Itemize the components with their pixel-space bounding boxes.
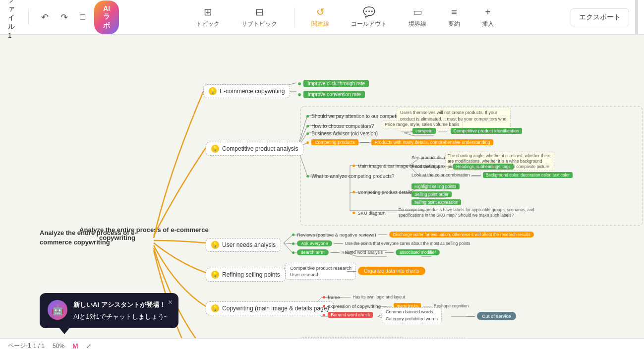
- node-out-of-service: —— Out of service: [466, 312, 516, 320]
- bottom-bar-expand[interactable]: ⤢: [86, 343, 91, 350]
- tool-topic-label: トピック: [196, 20, 220, 28]
- competitive-box: 💡 Competitive product analysis: [206, 142, 303, 156]
- ecommerce-icon: 💡: [209, 87, 217, 95]
- ec-child-2-bullet: ●: [297, 90, 301, 98]
- page-info: 1 / 1: [33, 343, 45, 350]
- ask-everyone-note: Use the points that everyone cares about…: [345, 241, 470, 246]
- node-ecommerce: 💡 E-commerce copywriting: [203, 84, 290, 98]
- reviews-note-label: Discharge water for evaluation, otherwis…: [389, 232, 534, 237]
- bottom-bar-logo: M: [72, 342, 78, 350]
- ecommerce-box: 💡 E-commerce copywriting: [203, 84, 290, 98]
- subtopic-icon: ⊟: [255, 6, 264, 18]
- refining-child-1: Competitive product research: [290, 265, 351, 271]
- bottom-bar-zoom[interactable]: 50%: [53, 343, 64, 350]
- node-competitive: 💡 Competitive product analysis: [206, 142, 303, 156]
- toolbar-right: エクスポート: [571, 0, 644, 35]
- export-button[interactable]: エクスポート: [571, 8, 629, 26]
- dp-child-2-label: Selling point order: [411, 191, 452, 197]
- line-refining: [154, 243, 206, 273]
- refining-icon: 💡: [211, 271, 219, 279]
- what-analyze-label: What to analyze competing products?: [311, 174, 394, 179]
- ec-child-1: ● Improve click-through rate: [297, 79, 369, 87]
- copy-button[interactable]: □: [77, 9, 88, 25]
- business-advisor-label: Business Advisor (old version): [311, 131, 378, 136]
- color-combo-child: Background color, decoration color, text…: [483, 172, 573, 178]
- ecommerce-label: E-commerce copywriting: [220, 88, 285, 95]
- insert-icon: +: [485, 6, 491, 18]
- user-needs-label: User needs analysis: [222, 241, 276, 248]
- dp-child-3-label: selling point expression: [411, 199, 461, 205]
- tool-boundary[interactable]: ▭ 境界線: [404, 4, 431, 30]
- notification-text: 新しいAI アシスタントが登場！ AIと1対1でチャットしましょう~: [73, 300, 168, 321]
- tool-subtopic-label: サブトピック: [241, 20, 277, 28]
- tool-insert[interactable]: + 挿入: [477, 4, 499, 30]
- dp-child-2: Selling point order: [411, 191, 461, 197]
- associated-modifier-label: associated modifier: [396, 249, 440, 255]
- toolbar-left: ファイル1 ↶ ↷ □ AIラボ: [0, 0, 119, 39]
- ec-child-2: ● Improve conversion rate: [297, 90, 369, 98]
- app-logo: M: [72, 342, 78, 350]
- ec-child-1-bullet: ●: [297, 79, 301, 87]
- ecommerce-children: ● Improve click-through rate ● Improve c…: [297, 79, 369, 98]
- tool-topic[interactable]: ⊞ トピック: [191, 4, 225, 30]
- banned-word-children: Common banned words Category prohibited …: [382, 307, 442, 323]
- user-needs-icon: 💡: [211, 241, 219, 249]
- how-choose-label: How to choose competitors?: [311, 123, 374, 129]
- node-color-combo: Look at the color combination —— Backgro…: [411, 172, 573, 178]
- bottom-bar-page: ページ-1 1 / 1: [8, 342, 45, 350]
- node-frame: ● frame —— Has its own logic and layout: [322, 294, 405, 300]
- line-competitive: [154, 148, 206, 235]
- tool-relation[interactable]: ↺ 関連線: [306, 4, 334, 30]
- tool-summary[interactable]: ≡ 要約: [443, 4, 465, 30]
- node-compete: —— compete —— Competitive product identi…: [401, 128, 522, 134]
- details-page-children: Highlight selling points Selling point o…: [411, 183, 461, 205]
- node-ask-everyone: ● Ask everyone —— Use the points that ev…: [292, 240, 470, 247]
- tool-summary-label: 要約: [448, 20, 460, 28]
- node-refining: 💡 Refining selling points: [206, 268, 286, 282]
- redo-button[interactable]: ↷: [58, 9, 71, 26]
- toolbar-right-border: [635, 0, 638, 35]
- note-how-choose: Price range, style, sales volume basis: [382, 120, 463, 128]
- tool-callout[interactable]: 💬 コールアウト: [346, 4, 392, 30]
- notification-title: 新しいAI アシスタントが登場！: [73, 300, 168, 310]
- dp-child-3: selling point expression: [411, 199, 461, 205]
- undo-button[interactable]: ↶: [38, 9, 52, 26]
- tool-relation-label: 関連線: [311, 20, 329, 28]
- notification-tail: [59, 328, 69, 334]
- common-banned-label: Common banned words: [386, 309, 438, 314]
- expand-icon: ⤢: [86, 343, 91, 350]
- node-what-to-analyze: ● What to analyze competing products?: [306, 173, 395, 179]
- category-prohibited-label: Category prohibited words: [386, 316, 438, 321]
- toolbar: ファイル1 ↶ ↷ □ AIラボ ⊞ トピック ⊟ サブトピック ↺ 関連線 💬…: [0, 0, 644, 35]
- notification-close-button[interactable]: ×: [168, 298, 173, 307]
- node-search-term: ● search term —— Related word analysis —…: [292, 249, 440, 256]
- sku-note: Do competing products have labels for ap…: [399, 207, 547, 218]
- refining-children-box: Competitive product research User resear…: [286, 263, 356, 280]
- line-ecommerce: [154, 92, 203, 238]
- node-business-advisor: ● Business Advisor (old version): [306, 130, 378, 137]
- node-copywriting: 💡 Copywriting (main image & details page…: [206, 301, 334, 315]
- notification-popup: 🤖 新しいAI アシスタントが登場！ AIと1対1でチャットしましょう~ ×: [40, 293, 178, 328]
- center-label: Analyze the entire process of e-commerce…: [40, 229, 137, 246]
- dp-child-1: Highlight selling points: [411, 183, 461, 189]
- competitive-label: Competitive product analysis: [222, 145, 298, 152]
- search-term-label: search term: [297, 249, 329, 255]
- center-node: Analyze the entire process of e-commerce…: [40, 228, 149, 247]
- ai-lab-button[interactable]: AIラボ: [94, 0, 119, 34]
- compete-label: compete: [412, 128, 436, 134]
- refining-label: Refining selling points: [222, 271, 280, 278]
- node-banned-word: ● Banned word check: [322, 311, 373, 318]
- summary-icon: ≡: [451, 6, 457, 18]
- file-name: ファイル1: [8, 0, 18, 39]
- notification-body: AIと1対1でチャットしましょう~: [73, 312, 168, 322]
- copywriting-icon: 💡: [211, 304, 219, 312]
- callout-icon: 💬: [363, 6, 375, 18]
- tool-subtopic[interactable]: ⊟ サブトピック: [236, 4, 282, 30]
- node-read-copy: Read the copy —— Headings, subheadings, …: [411, 164, 514, 170]
- notification-avatar: 🤖: [48, 300, 67, 320]
- products-details-label: Products with many details, comprehensiv…: [371, 139, 494, 145]
- toolbar-center: ⊞ トピック ⊟ サブトピック ↺ 関連線 💬 コールアウト ▭ 境界線 ≡ 要…: [119, 4, 571, 30]
- read-copy-child: Headings, subheadings, tags: [453, 164, 514, 170]
- organize-data-label: Organize data into charts: [358, 267, 425, 275]
- node-user-needs: 💡 User needs analysis: [206, 238, 281, 252]
